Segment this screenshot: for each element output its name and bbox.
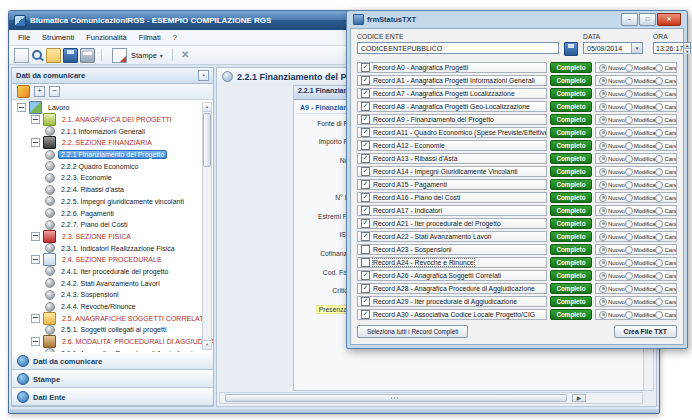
radio-nuovo[interactable]: Nuovo [599,246,625,254]
radio-icon[interactable] [655,181,663,189]
record-label-box[interactable]: ✓Record A0 - Anagrafica Progetti [357,62,547,73]
record-label-box[interactable]: ✓Record A22 - Stati Avanzamento Lavori [357,231,547,242]
tree-item[interactable]: 2.3. SEZIONE FISICA [14,231,213,243]
radio-nuovo[interactable]: Nuovo [599,168,625,176]
status-completo-badge[interactable]: Completo [550,244,592,255]
status-completo-badge[interactable]: Completo [550,205,592,216]
record-label-box[interactable]: ✓Record A7 - Anagrafica Progetti Localiz… [357,88,547,99]
tree-item[interactable]: 2.4.4. Revoche/Rinunce [14,301,213,313]
radio-nuovo[interactable]: Nuovo [599,233,625,241]
radio-cancella[interactable]: Cancella [655,220,677,228]
tree-item[interactable]: 2.6.1. Anagrafica Procedure di Aggiudica… [14,347,213,352]
radio-icon[interactable] [655,168,663,176]
stampe-button[interactable]: Stampe ▾ [107,46,167,65]
menu-item-[interactable]: ? [167,33,183,42]
radio-icon[interactable] [655,103,663,111]
record-label-box[interactable]: ✓Record A30 - Associativa Codice Locale … [357,309,547,320]
radio-cancella[interactable]: Cancella [655,298,677,306]
new-doc-icon[interactable] [14,48,29,63]
scroll-down-icon[interactable]: ▼ [203,340,211,349]
radio-icon[interactable] [599,116,607,124]
radio-nuovo[interactable]: Nuovo [599,129,625,137]
radio-icon[interactable] [625,181,633,189]
tree-item[interactable]: 2.2.6. Pagamenti [14,207,213,219]
record-label-box[interactable]: Record A24 - Revoche e Rinunce [357,257,547,268]
radio-icon[interactable] [625,233,633,241]
status-completo-badge[interactable]: Completo [550,192,592,203]
radio-icon[interactable] [599,298,607,306]
tree-item[interactable]: 2.2.3. Economie [14,172,213,184]
record-checkbox[interactable] [361,258,370,267]
radio-icon[interactable] [599,181,607,189]
radio-nuovo[interactable]: Nuovo [599,194,625,202]
radio-icon[interactable] [625,129,633,137]
radio-modifica[interactable]: Modifica [625,259,656,267]
status-completo-badge[interactable]: Completo [550,153,592,164]
status-completo-badge[interactable]: Completo [550,101,592,112]
spinner-buttons[interactable]: ▲▼ [683,43,690,53]
radio-nuovo[interactable]: Nuovo [599,64,625,72]
tree-item[interactable]: 2.2. SEZIONE FINANZIARIA [14,137,213,149]
radio-icon[interactable] [599,259,607,267]
tree-item[interactable]: 2.2.4. Ribassi d'asta [14,184,213,196]
radio-icon[interactable] [655,64,663,72]
tree-item[interactable]: 2.2.2 Quadro Economico [14,160,213,172]
radio-cancella[interactable]: Cancella [655,194,677,202]
radio-cancella[interactable]: Cancella [655,77,677,85]
ora-spinner[interactable]: 13:26:17 ▲▼ [653,42,691,54]
status-completo-badge[interactable]: Completo [550,88,592,99]
accordion-bar-stampe[interactable]: Stampe [12,370,213,388]
radio-icon[interactable] [625,77,633,85]
record-checkbox[interactable]: ✓ [361,63,370,72]
status-completo-badge[interactable]: Completo [550,231,592,242]
record-checkbox[interactable]: ✓ [361,89,370,98]
record-label-box[interactable]: ✓Record A8 - Anagrafica Progetti Geo-Loc… [357,101,547,112]
status-completo-badge[interactable]: Completo [550,309,592,320]
radio-nuovo[interactable]: Nuovo [599,90,625,98]
radio-nuovo[interactable]: Nuovo [599,155,625,163]
record-checkbox[interactable]: ✓ [361,128,370,137]
radio-icon[interactable] [655,90,663,98]
radio-nuovo[interactable]: Nuovo [599,116,625,124]
radio-nuovo[interactable]: Nuovo [599,103,625,111]
tree-item[interactable]: 2.2.1 Finanziamento del Progetto [14,149,213,161]
record-label-box[interactable]: ✓Record A28 - Anagrafica Procedure di Ag… [357,283,547,294]
status-completo-badge[interactable]: Completo [550,179,592,190]
status-completo-badge[interactable]: Completo [550,218,592,229]
radio-modifica[interactable]: Modifica [625,129,656,137]
status-completo-badge[interactable]: Completo [550,114,592,125]
radio-icon[interactable] [625,168,633,176]
menu-item-file[interactable]: File [12,33,36,42]
radio-cancella[interactable]: Cancella [655,90,677,98]
expand-all-button[interactable]: + [34,86,45,97]
collapse-all-button[interactable]: − [49,86,60,97]
radio-cancella[interactable]: Cancella [655,64,677,72]
record-checkbox[interactable]: ✓ [361,102,370,111]
chevron-down-icon[interactable]: ▾ [631,43,642,53]
record-checkbox[interactable]: ✓ [361,76,370,85]
radio-modifica[interactable]: Modifica [625,194,656,202]
scrollbar-thumb[interactable] [203,113,211,167]
radio-icon[interactable] [625,298,633,306]
radio-icon[interactable] [655,194,663,202]
status-completo-badge[interactable]: Completo [550,140,592,151]
select-all-button[interactable]: Seleziona tutti i Record Completi [357,325,468,338]
radio-cancella[interactable]: Cancella [655,259,677,267]
tree-item[interactable]: 2.2.5. Impegni giuridicamente vincolanti [14,196,213,208]
radio-modifica[interactable]: Modifica [625,77,656,85]
scroll-right-icon[interactable]: ▶ [572,394,586,402]
menu-item-funzionalit[interactable]: Funzionalità [80,33,132,42]
radio-nuovo[interactable]: Nuovo [599,285,625,293]
record-checkbox[interactable] [361,245,370,254]
record-label-box[interactable]: ✓Record A1 - Anagrafica Progetti Informa… [357,75,547,86]
radio-icon[interactable] [655,77,663,85]
radio-icon[interactable] [655,220,663,228]
radio-icon[interactable] [625,220,633,228]
radio-modifica[interactable]: Modifica [625,298,656,306]
tree-item[interactable]: 2.4.2. Stati Avanzamento Lavori [14,277,213,289]
search-icon[interactable] [31,49,44,62]
record-checkbox[interactable]: ✓ [361,167,370,176]
tree-item[interactable]: 2.3.1. Indicatori Realizzazione Fisica [14,242,213,254]
tree-item[interactable]: 2.4. SEZIONE PROCEDURALE [14,254,213,266]
record-label-box[interactable]: ✓Record A17 - Indicatori [357,205,547,216]
